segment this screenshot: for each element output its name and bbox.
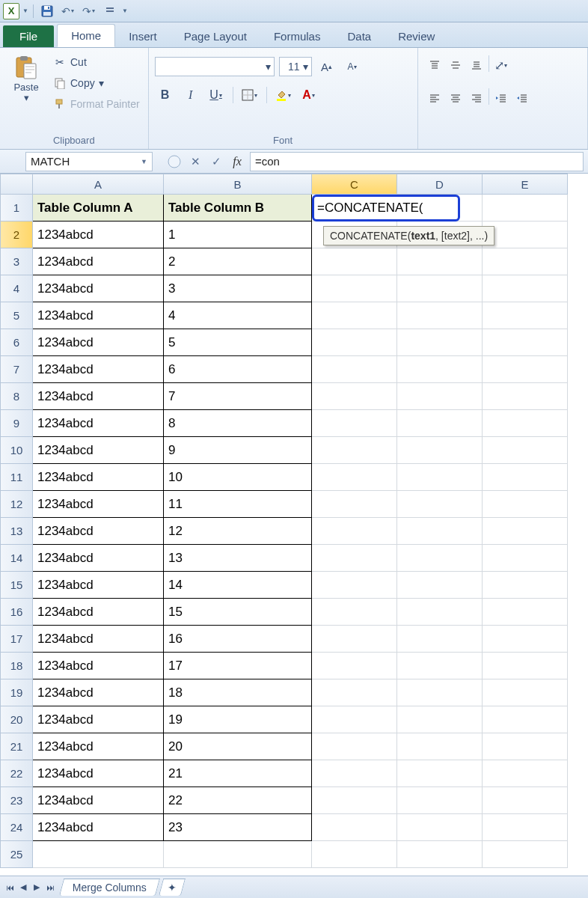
cell[interactable] [397, 545, 483, 572]
cell[interactable]: 1234abcd [33, 653, 164, 679]
cell[interactable]: 21 [164, 760, 312, 787]
row-header[interactable]: 19 [0, 679, 33, 706]
row-header[interactable]: 11 [0, 464, 33, 491]
cell[interactable] [483, 679, 568, 706]
row-header[interactable]: 20 [0, 706, 33, 733]
cut-button[interactable]: ✂ Cut [51, 52, 142, 72]
function-tooltip[interactable]: CONCATENATE(text1, [text2], ...) [323, 226, 494, 245]
row-header[interactable]: 4 [0, 275, 33, 302]
cell[interactable] [397, 679, 483, 706]
cell[interactable]: Table Column A [33, 195, 164, 222]
column-header-E[interactable]: E [483, 174, 568, 195]
decrease-indent-button[interactable] [491, 88, 512, 108]
cell[interactable] [483, 410, 568, 437]
sheet-tab-active[interactable]: Merge Columns [59, 879, 160, 896]
cell[interactable]: 5 [164, 329, 312, 356]
cell[interactable]: 1234abcd [33, 733, 164, 760]
cell[interactable] [312, 437, 397, 464]
cell[interactable] [312, 356, 397, 383]
cell[interactable] [312, 706, 397, 733]
italic-button[interactable]: I [180, 85, 201, 105]
fill-color-button[interactable]: ▾ [273, 85, 294, 105]
row-header[interactable]: 25 [0, 841, 33, 868]
cell[interactable]: 6 [164, 356, 312, 383]
tab-formulas[interactable]: Formulas [260, 25, 334, 47]
excel-app-icon[interactable]: X [3, 3, 19, 19]
cell[interactable] [397, 302, 483, 329]
row-header[interactable]: 3 [0, 248, 33, 275]
cell[interactable] [397, 518, 483, 545]
row-header[interactable]: 18 [0, 653, 33, 679]
sheet-nav-prev-icon[interactable]: ◀ [16, 881, 30, 894]
cell[interactable] [483, 302, 568, 329]
cell[interactable] [312, 787, 397, 814]
copy-button[interactable]: Copy ▾ [51, 73, 142, 93]
cell[interactable] [483, 437, 568, 464]
cell[interactable] [397, 356, 483, 383]
cell[interactable]: 1234abcd [33, 222, 164, 248]
cell[interactable]: 20 [164, 733, 312, 760]
row-header[interactable]: 21 [0, 733, 33, 760]
cell[interactable]: 17 [164, 653, 312, 679]
cell[interactable]: 1234abcd [33, 626, 164, 653]
cell[interactable] [397, 329, 483, 356]
font-size-combo[interactable]: 11 ▾ [279, 57, 312, 76]
cell[interactable]: 1234abcd [33, 706, 164, 733]
cell[interactable] [483, 787, 568, 814]
row-header[interactable]: 13 [0, 518, 33, 545]
sheet-nav-next-icon[interactable]: ▶ [30, 881, 43, 894]
cell[interactable] [312, 464, 397, 491]
cell[interactable] [397, 383, 483, 410]
tab-home[interactable]: Home [57, 24, 115, 47]
cell[interactable]: 1234abcd [33, 329, 164, 356]
cell[interactable]: 15 [164, 599, 312, 626]
cell[interactable]: 1234abcd [33, 679, 164, 706]
tab-file[interactable]: File [3, 25, 54, 47]
cell[interactable] [483, 464, 568, 491]
align-right-button[interactable] [466, 88, 487, 108]
underline-button[interactable]: U▾ [206, 85, 227, 105]
font-name-combo[interactable]: ▾ [155, 57, 275, 76]
row-header[interactable]: 5 [0, 302, 33, 329]
cell[interactable] [312, 545, 397, 572]
sheet-nav-first-icon[interactable]: ⏮ [3, 881, 16, 894]
cell[interactable]: 1234abcd [33, 437, 164, 464]
cell[interactable]: 10 [164, 464, 312, 491]
formula-input[interactable]: =con [250, 152, 584, 171]
cell[interactable]: 1234abcd [33, 599, 164, 626]
cell[interactable]: 11 [164, 491, 312, 518]
cell[interactable] [483, 733, 568, 760]
cell[interactable]: 1234abcd [33, 814, 164, 841]
row-header[interactable]: 2 [0, 222, 33, 248]
cell[interactable] [312, 248, 397, 275]
cell[interactable] [312, 383, 397, 410]
cell[interactable] [312, 302, 397, 329]
cell[interactable]: 1234abcd [33, 491, 164, 518]
column-header-A[interactable]: A [33, 174, 164, 195]
cell[interactable]: 2 [164, 248, 312, 275]
cell[interactable] [483, 706, 568, 733]
cell[interactable]: 1234abcd [33, 518, 164, 545]
cell[interactable]: 4 [164, 302, 312, 329]
cell[interactable] [312, 760, 397, 787]
cell[interactable]: 9 [164, 437, 312, 464]
cell[interactable] [397, 760, 483, 787]
cancel-formula-button[interactable]: ✕ [186, 153, 205, 171]
row-header[interactable]: 12 [0, 491, 33, 518]
cell[interactable] [312, 733, 397, 760]
undo-icon[interactable]: ↶▾ [59, 3, 77, 19]
cell[interactable]: 1234abcd [33, 572, 164, 599]
cell[interactable] [312, 679, 397, 706]
cell[interactable]: 18 [164, 679, 312, 706]
cell[interactable] [397, 410, 483, 437]
qat-more-icon[interactable] [101, 3, 119, 19]
cell[interactable] [397, 814, 483, 841]
align-middle-button[interactable] [445, 55, 466, 75]
cell[interactable]: 1234abcd [33, 545, 164, 572]
redo-icon[interactable]: ↷▾ [80, 3, 98, 19]
align-left-button[interactable] [424, 88, 445, 108]
cell[interactable] [312, 572, 397, 599]
cell[interactable] [483, 760, 568, 787]
paste-button[interactable]: Paste▾ [6, 51, 46, 133]
column-header-D[interactable]: D [397, 174, 483, 195]
